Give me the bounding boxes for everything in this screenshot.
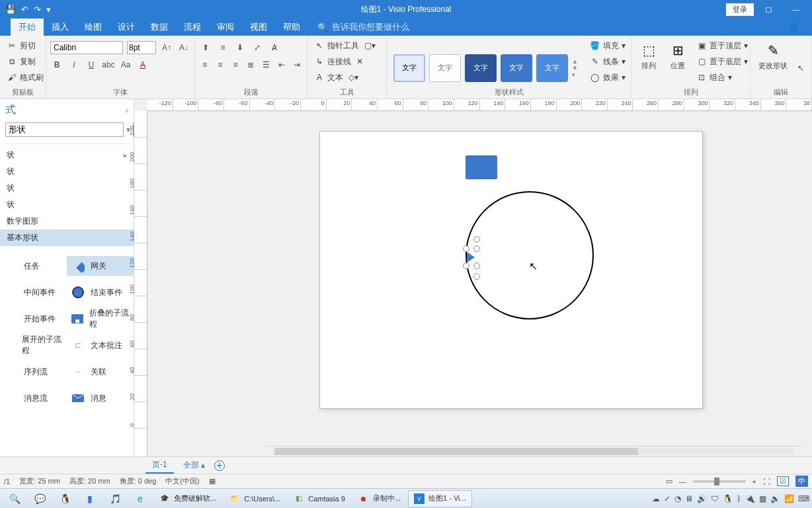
- tray-icon[interactable]: 🛡: [711, 494, 719, 503]
- align-center-icon[interactable]: ≡: [214, 58, 225, 71]
- drawing-page[interactable]: ↖: [319, 131, 703, 409]
- font-color-button[interactable]: A: [136, 58, 149, 71]
- shape-item-task[interactable]: 任务: [0, 256, 67, 276]
- selection-handle[interactable]: [473, 236, 480, 243]
- taskbar-item[interactable]: 🎓免费破解软...: [153, 490, 222, 507]
- connector-tool-button[interactable]: ↳连接线✕: [311, 54, 378, 69]
- ime-indicator[interactable]: 中: [795, 476, 808, 487]
- selection-handle[interactable]: [463, 263, 469, 269]
- fullscreen-icon[interactable]: ☑: [777, 476, 789, 486]
- bold-button[interactable]: B: [50, 58, 63, 71]
- shape-item-association[interactable]: ┄关联: [67, 362, 134, 382]
- tray-icon[interactable]: ᛒ: [737, 494, 741, 503]
- shapes-collapse-icon[interactable]: ‹: [126, 106, 128, 115]
- blue-rectangle-shape[interactable]: [466, 155, 497, 179]
- ribbon-options-icon[interactable]: ▢: [755, 0, 782, 19]
- tray-icon[interactable]: ☁: [652, 494, 660, 503]
- tab-draw[interactable]: 绘图: [77, 19, 110, 36]
- qq-icon[interactable]: 🐧: [53, 490, 77, 507]
- selection-handle[interactable]: [473, 245, 480, 252]
- align-bottom-icon[interactable]: ⬇: [233, 41, 247, 54]
- tray-icon[interactable]: ⌨: [798, 494, 809, 503]
- persona-icon[interactable]: 👤: [789, 19, 812, 36]
- shape-item-annotation[interactable]: ⊏文本批注: [67, 335, 134, 355]
- start-search-icon[interactable]: 🔍: [3, 490, 26, 507]
- tab-insert[interactable]: 插入: [44, 19, 77, 36]
- undo-icon[interactable]: ↶: [21, 5, 28, 15]
- gallery-up-icon[interactable]: ▲: [572, 58, 578, 65]
- category-item[interactable]: 状: [0, 180, 134, 196]
- save-icon[interactable]: 💾: [5, 5, 16, 15]
- select-icon[interactable]: ↖: [794, 62, 807, 75]
- shape-item-sequence[interactable]: 序列流: [0, 362, 67, 382]
- qat-customize-icon[interactable]: ▾: [46, 5, 51, 15]
- style-item-5[interactable]: 文字: [536, 54, 568, 82]
- indent-inc-icon[interactable]: ⇥: [292, 58, 303, 71]
- tab-view[interactable]: 视图: [242, 19, 275, 36]
- tray-icon[interactable]: 🔈: [770, 494, 780, 503]
- shape-item-start[interactable]: 开始事件: [0, 309, 67, 329]
- style-item-3[interactable]: 文字: [465, 54, 497, 82]
- group-button[interactable]: ⊡组合 ▾: [694, 70, 751, 85]
- all-pages-link[interactable]: 全部 ▴: [183, 460, 205, 471]
- shape-item-message[interactable]: 消息: [67, 388, 134, 408]
- app-icon[interactable]: ▮: [78, 490, 102, 507]
- style-item-2[interactable]: 文字: [429, 54, 461, 82]
- shape-item-collapsed[interactable]: 折叠的子流程: [67, 305, 134, 333]
- presentation-mode-icon[interactable]: ▭: [666, 477, 672, 486]
- minimize-icon[interactable]: —: [783, 0, 809, 19]
- tray-icon[interactable]: 🔊: [697, 494, 707, 503]
- bring-front-button[interactable]: ▣置于顶层 ▾: [694, 38, 751, 53]
- macro-record-icon[interactable]: ▦: [209, 477, 216, 486]
- indent-dec-icon[interactable]: ⇤: [276, 58, 287, 71]
- shape-item-expanded[interactable]: 展开的子流程: [0, 331, 67, 359]
- add-page-button[interactable]: +: [214, 460, 225, 471]
- shape-item-msgflow[interactable]: 消息流: [0, 388, 67, 408]
- send-back-button[interactable]: ▢置于底层 ▾: [694, 54, 751, 69]
- shape-item-end[interactable]: 结束事件: [67, 282, 134, 302]
- login-button[interactable]: 登录: [726, 3, 754, 16]
- tab-help[interactable]: 帮助: [275, 19, 308, 36]
- selection-handle[interactable]: [463, 245, 469, 252]
- zoom-out-icon[interactable]: —: [679, 478, 686, 486]
- taskbar-item[interactable]: ◧Camtasia 9: [288, 490, 351, 507]
- align-right-icon[interactable]: ≡: [230, 58, 241, 71]
- tray-icon[interactable]: 🐧: [723, 494, 733, 503]
- fill-button[interactable]: 🪣填充 ▾: [587, 38, 628, 53]
- taskbar-item[interactable]: ⏺录制中...: [352, 490, 407, 507]
- triangle-shape[interactable]: [467, 252, 475, 263]
- circle-shape[interactable]: [466, 191, 594, 319]
- music-icon[interactable]: 🎵: [103, 490, 127, 507]
- font-size-input[interactable]: [127, 41, 156, 54]
- category-item-selected[interactable]: 基本形状: [0, 230, 134, 246]
- line-button[interactable]: ✎线条 ▾: [587, 54, 628, 69]
- italic-button[interactable]: I: [67, 58, 81, 71]
- shapes-search-input[interactable]: [5, 122, 124, 137]
- format-painter-button[interactable]: 🖌格式刷: [4, 70, 46, 85]
- tab-process[interactable]: 流程: [176, 19, 209, 36]
- scrollbar-horizontal[interactable]: [266, 446, 801, 456]
- gallery-down-icon[interactable]: ▼: [572, 65, 578, 71]
- effect-button[interactable]: ◯效果 ▾: [587, 70, 628, 85]
- decrease-font-icon[interactable]: A↓: [177, 41, 190, 54]
- page-tab-1[interactable]: 页-1: [145, 457, 174, 474]
- tray-icon[interactable]: ✓: [664, 494, 670, 503]
- zoom-slider[interactable]: [693, 480, 746, 483]
- bullets-icon[interactable]: ☰: [261, 58, 272, 71]
- category-item[interactable]: 状: [0, 196, 134, 213]
- wechat-icon[interactable]: 💬: [28, 490, 52, 507]
- tell-me-search[interactable]: 🔍 告诉我你想要做什么: [308, 19, 409, 36]
- copy-button[interactable]: ⧉复制: [4, 54, 46, 69]
- underline-button[interactable]: U: [85, 58, 98, 71]
- align-left-icon[interactable]: ≡: [199, 58, 210, 71]
- shape-item-intermediate[interactable]: 中间事件: [0, 282, 67, 302]
- taskbar-item-active[interactable]: V绘图1 - Vi...: [408, 490, 472, 507]
- font-name-input[interactable]: [50, 41, 123, 54]
- tray-icon[interactable]: 🖥: [685, 494, 693, 503]
- status-language[interactable]: 中文(中国): [165, 476, 199, 486]
- align-top-icon[interactable]: ⬆: [199, 41, 212, 54]
- justify-icon[interactable]: ≣: [245, 58, 257, 71]
- category-item[interactable]: 状: [0, 163, 134, 180]
- orientation-icon[interactable]: ⤢: [251, 41, 264, 54]
- selection-handle[interactable]: [473, 273, 480, 280]
